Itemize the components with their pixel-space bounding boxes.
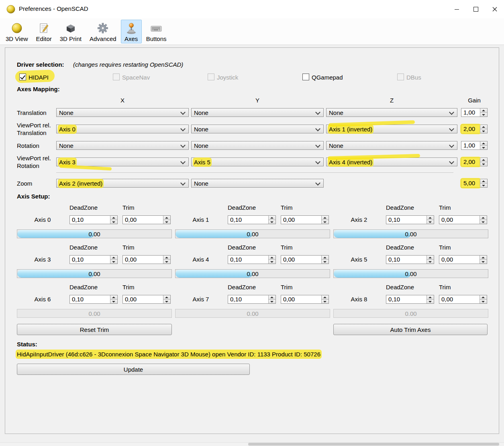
- spinner-buttons[interactable]: [480, 179, 487, 187]
- rotation-x-combobox[interactable]: None: [56, 141, 189, 150]
- spin-down-icon[interactable]: [480, 260, 487, 264]
- viewport-translation-y-combobox[interactable]: None: [191, 125, 324, 133]
- spin-down-icon[interactable]: [322, 299, 329, 304]
- spinner-buttons[interactable]: [163, 256, 170, 264]
- minimize-button[interactable]: [447, 0, 466, 18]
- spinner-buttons[interactable]: [480, 295, 487, 303]
- spinner-buttons[interactable]: [480, 141, 487, 149]
- spin-down-icon[interactable]: [322, 220, 329, 224]
- tab-3d-view[interactable]: 3D View: [2, 20, 32, 43]
- spinner-buttons[interactable]: [480, 158, 487, 166]
- spin-up-icon[interactable]: [480, 179, 487, 183]
- spin-up-icon[interactable]: [480, 256, 487, 260]
- spinner-buttons[interactable]: [321, 256, 329, 264]
- spin-up-icon[interactable]: [480, 108, 487, 113]
- spin-up-icon[interactable]: [269, 216, 275, 220]
- spin-down-icon[interactable]: [427, 220, 434, 224]
- deadzone-spinbox[interactable]: 0,10: [386, 295, 434, 304]
- spin-up-icon[interactable]: [480, 125, 487, 129]
- spin-up-icon[interactable]: [269, 295, 275, 299]
- spin-down-icon[interactable]: [269, 299, 275, 304]
- deadzone-spinbox[interactable]: 0,10: [228, 255, 276, 264]
- spin-up-icon[interactable]: [110, 295, 117, 299]
- deadzone-spinbox[interactable]: 0,10: [228, 295, 276, 304]
- viewport-translation-gain-spinbox[interactable]: 2,00: [461, 125, 488, 133]
- rotation-y-combobox[interactable]: None: [191, 141, 324, 150]
- zoom-x-combobox[interactable]: Axis 2 (inverted): [56, 179, 189, 188]
- spinner-buttons[interactable]: [321, 216, 329, 224]
- spinner-buttons[interactable]: [426, 295, 434, 303]
- trim-spinbox[interactable]: 0,00: [439, 255, 487, 264]
- trim-spinbox[interactable]: 0,00: [122, 215, 171, 224]
- spin-down-icon[interactable]: [427, 299, 434, 304]
- driver-checkbox-3[interactable]: [302, 74, 309, 80]
- trim-spinbox[interactable]: 0,00: [439, 215, 487, 224]
- deadzone-spinbox[interactable]: 0,10: [386, 255, 434, 264]
- spin-up-icon[interactable]: [427, 295, 434, 299]
- translation-x-combobox[interactable]: None: [56, 108, 189, 117]
- spinner-buttons[interactable]: [321, 295, 329, 303]
- spin-up-icon[interactable]: [163, 256, 170, 260]
- spin-up-icon[interactable]: [163, 295, 170, 299]
- spinner-buttons[interactable]: [110, 295, 117, 303]
- tab-advanced[interactable]: Advanced: [86, 20, 120, 43]
- spin-up-icon[interactable]: [480, 216, 487, 220]
- spinner-buttons[interactable]: [480, 108, 487, 117]
- spin-up-icon[interactable]: [110, 256, 117, 260]
- translation-z-combobox[interactable]: None: [326, 108, 457, 117]
- update-button[interactable]: Update: [17, 364, 250, 375]
- viewport-rotation-y-combobox[interactable]: Axis 5: [191, 158, 324, 166]
- spinner-buttons[interactable]: [268, 216, 275, 224]
- trim-spinbox[interactable]: 0,00: [281, 255, 329, 264]
- viewport-rotation-x-combobox[interactable]: Axis 3: [56, 158, 189, 166]
- zoom-gain-spinbox[interactable]: 5,00: [461, 179, 488, 188]
- deadzone-spinbox[interactable]: 0,10: [228, 215, 276, 224]
- spin-up-icon[interactable]: [480, 141, 487, 145]
- rotation-gain-spinbox[interactable]: 1,00: [461, 141, 488, 150]
- spinner-buttons[interactable]: [110, 216, 117, 224]
- trim-spinbox[interactable]: 0,00: [122, 255, 171, 264]
- viewport-rotation-gain-spinbox[interactable]: 2,00: [461, 158, 488, 166]
- maximize-button[interactable]: [466, 0, 485, 18]
- spinner-buttons[interactable]: [110, 256, 117, 264]
- viewport-translation-x-combobox[interactable]: Axis 0: [56, 125, 189, 133]
- viewport-rotation-z-combobox[interactable]: Axis 4 (inverted): [326, 158, 457, 166]
- deadzone-spinbox[interactable]: 0,10: [69, 295, 118, 304]
- spin-up-icon[interactable]: [163, 216, 170, 220]
- spinner-buttons[interactable]: [268, 295, 275, 303]
- spin-down-icon[interactable]: [163, 299, 170, 304]
- zoom-y-combobox[interactable]: None: [191, 179, 324, 188]
- deadzone-spinbox[interactable]: 0,10: [386, 215, 434, 224]
- spin-down-icon[interactable]: [322, 260, 329, 264]
- spin-down-icon[interactable]: [269, 220, 275, 224]
- spin-up-icon[interactable]: [110, 216, 117, 220]
- spin-up-icon[interactable]: [427, 216, 434, 220]
- deadzone-spinbox[interactable]: 0,10: [69, 215, 118, 224]
- viewport-translation-z-combobox[interactable]: Axis 1 (inverted): [326, 125, 457, 133]
- spin-down-icon[interactable]: [480, 129, 487, 133]
- spinner-buttons[interactable]: [426, 216, 434, 224]
- spin-down-icon[interactable]: [480, 113, 487, 117]
- spin-up-icon[interactable]: [480, 295, 487, 299]
- trim-spinbox[interactable]: 0,00: [122, 295, 171, 304]
- spin-up-icon[interactable]: [269, 256, 275, 260]
- driver-checkbox-0[interactable]: [19, 74, 26, 80]
- spin-down-icon[interactable]: [427, 260, 434, 264]
- spinner-buttons[interactable]: [480, 216, 487, 224]
- tab-editor[interactable]: Editor: [33, 20, 55, 43]
- horizontal-scrollbar-thumb[interactable]: [248, 443, 499, 446]
- spinner-buttons[interactable]: [480, 256, 487, 264]
- spin-down-icon[interactable]: [480, 299, 487, 304]
- trim-spinbox[interactable]: 0,00: [281, 295, 329, 304]
- tab-buttons[interactable]: Buttons: [143, 20, 170, 43]
- spin-down-icon[interactable]: [163, 260, 170, 264]
- spinner-buttons[interactable]: [163, 295, 170, 303]
- spin-up-icon[interactable]: [322, 256, 329, 260]
- spin-down-icon[interactable]: [480, 183, 487, 188]
- spinner-buttons[interactable]: [426, 256, 434, 264]
- rotation-z-combobox[interactable]: None: [326, 141, 457, 150]
- spin-down-icon[interactable]: [110, 260, 117, 264]
- spin-down-icon[interactable]: [480, 220, 487, 224]
- trim-spinbox[interactable]: 0,00: [281, 215, 329, 224]
- reset-trim-button[interactable]: Reset Trim: [17, 324, 172, 335]
